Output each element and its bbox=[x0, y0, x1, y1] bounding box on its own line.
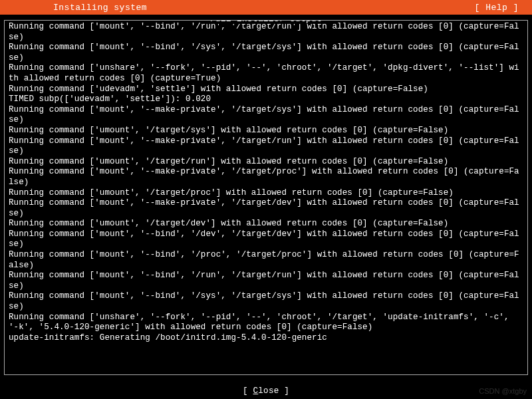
help-button[interactable]: [ Help ] bbox=[475, 3, 519, 13]
close-label-rest: lose ] bbox=[258, 386, 289, 396]
output-box-title: Full installer output bbox=[206, 20, 326, 24]
footer-bar: [ Close ] bbox=[0, 383, 532, 399]
content-area: Full installer output Running command ['… bbox=[4, 20, 528, 375]
close-bracket-open: [ bbox=[243, 386, 253, 396]
installer-output-box: Full installer output Running command ['… bbox=[4, 20, 528, 375]
installer-log: Running command ['mount', '--bind', '/ru… bbox=[9, 22, 523, 343]
title-bar: Installing system [ Help ] bbox=[0, 0, 532, 15]
close-button[interactable]: [ Close ] bbox=[243, 386, 289, 396]
installer-title: Installing system bbox=[53, 3, 147, 13]
